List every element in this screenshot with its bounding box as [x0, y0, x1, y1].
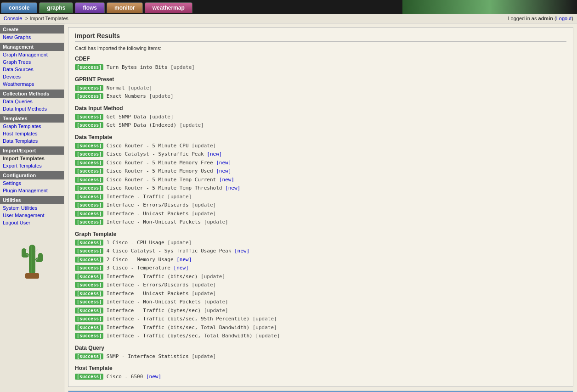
nav-tab-weathermap[interactable]: weathermap — [145, 2, 192, 13]
data-template-item-9: [success] Interface - Non-Unicast Packet… — [75, 218, 566, 226]
sidebar-item-import-templates[interactable]: Import Templates — [0, 155, 64, 162]
graph-template-header: Graph Template — [75, 231, 566, 237]
success-badge: [success] — [75, 333, 103, 339]
content-area: Import Results Cacti has imported the fo… — [64, 23, 577, 392]
sidebar-create-header: Create — [0, 25, 64, 34]
success-badge: [success] — [75, 374, 103, 380]
sidebar-item-logout-user[interactable]: Logout User — [0, 219, 64, 226]
nav-right-decoration — [402, 0, 577, 14]
success-badge: [success] — [75, 114, 103, 120]
logout-link[interactable]: Logout — [556, 16, 572, 21]
sidebar-item-host-templates[interactable]: Host Templates — [0, 130, 64, 137]
sidebar-item-data-templates[interactable]: Data Templates — [0, 137, 64, 145]
svg-rect-5 — [25, 273, 39, 279]
nav-tab-monitor[interactable]: monitor — [107, 2, 143, 13]
gprint-item-0: [success] Normal [update] — [75, 84, 566, 92]
data-input-header: Data Input Method — [75, 105, 566, 112]
breadcrumb-current: Import Templates — [30, 16, 68, 21]
breadcrumb-console-link[interactable]: Console — [4, 16, 22, 21]
data-template-item-6: [success] Interface - Traffic [update] — [75, 193, 566, 201]
success-badge: [success] — [75, 64, 103, 70]
login-info: Logged in as admin (Logout) — [508, 16, 573, 21]
data-query-item-0: [success] SNMP - Interface Statistics [u… — [75, 353, 566, 361]
sidebar-import-export-header: Import/Export — [0, 146, 64, 155]
sidebar-item-export-templates[interactable]: Export Templates — [0, 162, 64, 169]
success-badge: [success] — [75, 257, 103, 263]
success-badge: [success] — [75, 291, 103, 297]
login-prefix: Logged in as — [508, 16, 538, 21]
sidebar-item-data-input-methods[interactable]: Data Input Methods — [0, 105, 64, 112]
breadcrumb: Console -> Import Templates Logged in as… — [0, 14, 577, 23]
svg-line-6 — [26, 249, 29, 252]
sidebar-item-user-management[interactable]: User Management — [0, 212, 64, 219]
sidebar-item-plugin-management[interactable]: Plugin Management — [0, 187, 64, 194]
svg-rect-4 — [38, 253, 43, 262]
cdef-item-0: [success] Turn Bytes into Bits [update] — [75, 64, 566, 72]
sidebar-item-data-sources[interactable]: Data Sources — [0, 66, 64, 73]
success-badge: [success] — [75, 316, 103, 322]
sidebar-item-settings[interactable]: Settings — [0, 179, 64, 187]
graph-template-item-9: [success] Interface - Traffic (bits/sec,… — [75, 315, 566, 323]
sidebar-item-devices[interactable]: Devices — [0, 73, 64, 80]
login-username: admin — [538, 16, 553, 21]
gprint-header: GPRINT Preset — [75, 76, 566, 83]
data-template-item-5: [success] Cisco Router - 5 Minute Temp T… — [75, 185, 566, 192]
success-badge: [success] — [75, 325, 103, 330]
graph-template-item-5: [success] Interface - Errors/Discards [u… — [75, 281, 566, 289]
graph-template-item-7: [success] Interface - Non-Unicast Packet… — [75, 298, 566, 306]
success-badge: [success] — [75, 282, 103, 288]
data-template-item-1: [success] Cisco Catalyst - Systraffic Pe… — [75, 151, 566, 158]
graph-template-item-4: [success] Interface - Traffic (bits/sec)… — [75, 273, 566, 281]
gprint-item-1: [success] Exact Numbers [update] — [75, 93, 566, 101]
success-badge: [success] — [75, 160, 103, 166]
success-badge: [success] — [75, 177, 103, 183]
sidebar-item-system-utilities[interactable]: System Utilities — [0, 204, 64, 212]
success-badge: [success] — [75, 185, 103, 191]
svg-rect-2 — [22, 248, 26, 258]
sidebar-item-data-queries[interactable]: Data Queries — [0, 98, 64, 105]
host-template-header: Host Template — [75, 365, 566, 371]
top-navigation: console graphs flows monitor weathermap — [0, 0, 577, 14]
sidebar-item-graph-trees[interactable]: Graph Trees — [0, 58, 64, 66]
graph-template-item-8: [success] Interface - Traffic (bytes/sec… — [75, 307, 566, 315]
data-template-item-3: [success] Cisco Router - 5 Minute Memory… — [75, 168, 566, 175]
import-results-box: Import Results Cacti has imported the fo… — [68, 27, 573, 387]
graph-template-item-10: [success] Interface - Traffic (bits/sec,… — [75, 324, 566, 332]
nav-tab-graphs[interactable]: graphs — [39, 2, 73, 13]
nav-tab-flows[interactable]: flows — [75, 2, 105, 13]
success-badge: [success] — [75, 143, 103, 149]
sidebar-collection-methods-header: Collection Methods — [0, 90, 64, 98]
data-template-item-2: [success] Cisco Router - 5 Minute Memory… — [75, 159, 566, 167]
svg-line-8 — [35, 249, 38, 252]
success-badge: [success] — [75, 274, 103, 280]
graph-template-item-6: [success] Interface - Unicast Packets [u… — [75, 290, 566, 298]
sidebar: Create New Graphs Management Graph Manag… — [0, 23, 64, 392]
sidebar-cactus — [0, 226, 64, 291]
sidebar-templates-header: Templates — [0, 114, 64, 123]
success-badge: [success] — [75, 122, 103, 128]
success-badge: [success] — [75, 93, 103, 99]
sidebar-item-graph-templates[interactable]: Graph Templates — [0, 123, 64, 130]
intro-text: Cacti has imported the following items: — [75, 45, 566, 51]
graph-template-item-2: [success] 2 Cisco - Memory Usage [new] — [75, 256, 566, 264]
data-query-header: Data Query — [75, 345, 566, 351]
success-badge: [success] — [75, 248, 103, 254]
success-badge: [success] — [75, 202, 103, 208]
success-badge: [success] — [75, 168, 103, 174]
success-badge: [success] — [75, 211, 103, 217]
sidebar-item-graph-management[interactable]: Graph Management — [0, 51, 64, 58]
main-layout: Create New Graphs Management Graph Manag… — [0, 23, 577, 392]
success-badge: [success] — [75, 240, 103, 246]
success-badge: [success] — [75, 308, 103, 314]
nav-tab-console[interactable]: console — [1, 2, 37, 13]
graph-template-item-0: [success] 1 Cisco - CPU Usage [update] — [75, 239, 566, 247]
sidebar-item-weathermaps[interactable]: Weathermaps — [0, 80, 64, 88]
sidebar-management-header: Management — [0, 43, 64, 51]
graph-template-item-1: [success] 4 Cisco Catalyst - Sys Traffic… — [75, 247, 566, 255]
cdef-header: CDEF — [75, 56, 566, 62]
data-input-item-0: [success] Get SNMP Data [update] — [75, 113, 566, 121]
data-template-item-0: [success] Cisco Router - 5 Minute CPU [u… — [75, 142, 566, 150]
breadcrumb-separator: -> — [23, 16, 29, 21]
sidebar-item-new-graphs[interactable]: New Graphs — [0, 34, 64, 41]
graph-template-item-11: [success] Interface - Traffic (bytes/sec… — [75, 332, 566, 340]
